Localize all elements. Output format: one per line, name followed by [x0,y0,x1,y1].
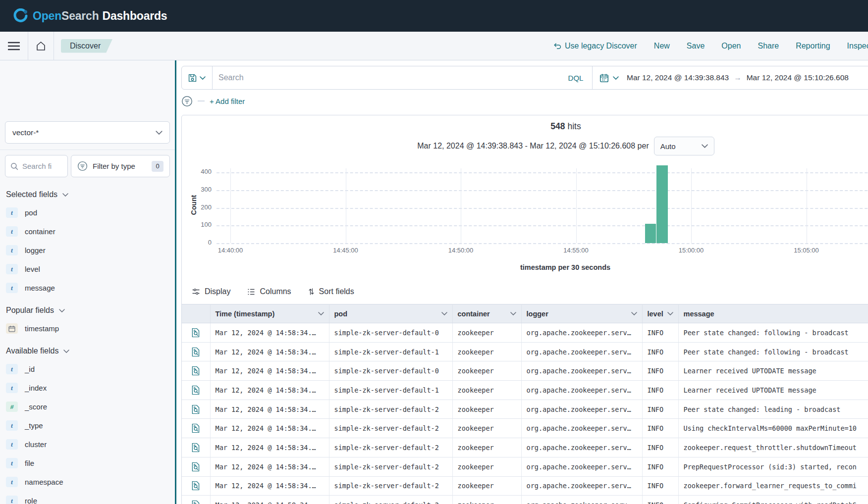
grid-header-cell-time[interactable]: Time (timestamp) [210,304,329,323]
toolbar-link-reporting[interactable]: Reporting [796,42,830,50]
chevron-down-icon [441,312,447,315]
field-item-_type[interactable]: t_type [6,420,169,431]
field-item-namespace[interactable]: tnamespace [6,477,169,487]
field-name: logger [25,246,46,254]
inspect-document-cell[interactable] [182,323,210,343]
grid-header-cell-logger[interactable]: logger [521,304,642,323]
table-row: Mar 12, 2024 @ 14:58:34.…simple-zk-serve… [182,438,868,457]
breadcrumb[interactable]: Discover [61,39,112,53]
grid-control-display[interactable]: Display [192,287,230,296]
table-row: Mar 12, 2024 @ 14:58:34.…simple-zk-serve… [182,457,868,476]
field-item-container[interactable]: tcontainer [6,226,169,237]
field-item-role[interactable]: trole [6,496,169,504]
toolbar-link-use-legacy-discover[interactable]: Use legacy Discover [554,42,637,50]
field-item-file[interactable]: tfile [6,458,169,468]
cell-message: Using checkIntervalMs=60000 maxPerMinute… [678,419,868,438]
inspect-document-cell[interactable] [182,419,210,438]
date-picker[interactable]: Mar 12, 2024 @ 14:39:38.843 → Mar 12, 20… [592,66,868,89]
cell-message: zookeeper.forward_learner_requests_to_co… [678,476,868,496]
field-group-heading-selected-fields[interactable]: Selected fields [6,190,169,199]
cell-logger: org.apache.zookeeper.serv… [521,361,642,381]
cell-pod: simple-zk-server-default-2 [329,457,452,476]
grid-header-cell-level[interactable]: level [642,304,678,323]
inspect-document-cell[interactable] [182,438,210,457]
inspect-document-cell[interactable] [182,361,210,381]
grid-control-columns[interactable]: Columns [247,287,291,296]
inspect-document-cell[interactable] [182,457,210,476]
date-range-end[interactable]: Mar 12, 2024 @ 15:10:26.608 [747,73,849,82]
search-input[interactable] [213,66,559,89]
field-item-cluster[interactable]: tcluster [6,439,169,450]
chevron-down-icon [62,193,68,197]
field-item-_score[interactable]: #_score [6,402,169,412]
date-range-start[interactable]: Mar 12, 2024 @ 14:39:38.843 [627,73,729,82]
inspect-document-cell[interactable] [182,400,210,419]
field-name: namespace [25,478,63,486]
toolbar-link-share[interactable]: Share [758,42,779,50]
results-panel: 548 hits Mar 12, 2024 @ 14:39:38.843 - M… [181,115,868,504]
field-item-pod[interactable]: tpod [6,207,169,218]
chevron-down-icon [613,76,619,80]
grid-header-row: Time (timestamp)podcontainerloggerlevelm… [182,304,868,323]
discover-sidebar: vector-* Filter by type 0 Selected field… [0,60,175,504]
filter-by-type-button[interactable]: Filter by type 0 [71,155,170,177]
field-group-heading-available-fields[interactable]: Available fields [6,347,169,355]
column-label: level [648,310,663,318]
cell-logger: org.apache.zookeeper.serv… [521,323,642,343]
toolbar-link-new[interactable]: New [654,42,670,50]
grid-header-cell-message[interactable]: message [678,304,868,323]
chevron-down-icon [667,312,673,315]
toolbar-link-inspect[interactable]: Inspect [847,42,868,50]
gridline-horizontal [217,172,868,173]
inspect-document-cell[interactable] [182,476,210,496]
field-item-_id[interactable]: t_id [6,364,169,374]
brand-open: Open [33,9,61,23]
field-item-logger[interactable]: tlogger [6,245,169,255]
inspect-document-cell[interactable] [182,381,210,400]
time-range-subtitle: Mar 12, 2024 @ 14:39:38.843 - Mar 12, 20… [189,137,868,155]
inspect-document-cell[interactable] [182,342,210,361]
toolbar-link-open[interactable]: Open [721,42,741,50]
field-group-heading-popular-fields[interactable]: Popular fields [6,306,169,315]
query-language-button[interactable]: DQL [559,66,592,89]
field-item-level[interactable]: tlevel [6,264,169,274]
cell-container: zookeeper [452,323,521,343]
table-row: Mar 12, 2024 @ 14:58:34.…simple-zk-serve… [182,400,868,419]
chevron-down-icon [510,312,516,315]
field-search-box[interactable] [5,155,68,177]
field-group-label: Available fields [6,347,58,355]
histogram-bar[interactable] [656,165,667,243]
sidebar-divider [0,150,175,150]
menu-icon[interactable] [8,42,20,50]
cell-level: INFO [642,381,678,400]
field-item-_index[interactable]: t_index [6,383,169,393]
field-type-string-badge: t [6,226,18,237]
interval-select[interactable]: Auto [654,137,714,155]
index-pattern-value: vector-* [12,128,39,137]
inspect-document-cell[interactable] [182,496,210,504]
cell-pod: simple-zk-server-default-2 [329,476,452,496]
histogram-bar[interactable] [645,224,656,243]
filter-circle-icon[interactable] [181,96,193,107]
field-search-input[interactable] [22,162,57,170]
field-item-timestamp[interactable]: timestamp [6,323,169,334]
grid-header-cell-container[interactable]: container [452,304,521,323]
field-type-string-badge: t [6,245,18,255]
cell-time: Mar 12, 2024 @ 14:58:34.… [210,400,329,419]
hits-number: 548 [550,121,565,131]
index-pattern-select[interactable]: vector-* [5,121,170,144]
field-name: level [25,265,40,273]
toolbar-link-save[interactable]: Save [687,42,705,50]
saved-query-menu-button[interactable] [182,66,213,89]
home-icon[interactable] [35,41,47,51]
add-filter-button[interactable]: + Add filter [210,97,245,105]
interval-value: Auto [660,142,676,151]
grid-control-label: Columns [260,287,291,296]
cell-logger: org.apache.zookeeper.serv… [521,342,642,361]
x-axis-tick-label: 15:05:00 [794,247,819,254]
field-item-message[interactable]: tmessage [6,283,169,293]
cell-level: INFO [642,323,678,343]
grid-control-sort-fields[interactable]: Sort fields [308,287,354,296]
cell-pod: simple-zk-server-default-2 [329,438,452,457]
grid-header-cell-pod[interactable]: pod [329,304,452,323]
